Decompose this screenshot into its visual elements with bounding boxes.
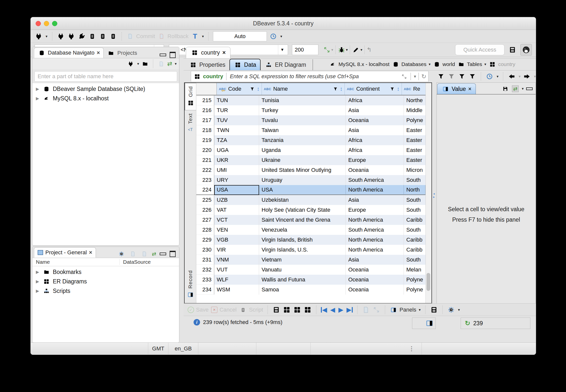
row-number-cell[interactable]: 229 xyxy=(196,235,214,245)
data-cell[interactable]: Saint Vincent and the Grena xyxy=(259,215,346,225)
locale-indicator[interactable]: en_GB xyxy=(168,343,198,355)
table-search-input[interactable] xyxy=(34,71,177,82)
data-cell[interactable]: Tunisia xyxy=(259,95,346,105)
data-cell[interactable]: Oceania xyxy=(346,115,404,125)
timezone-indicator[interactable]: GMT xyxy=(148,343,168,355)
data-cell[interactable]: Oceania xyxy=(346,265,404,275)
data-cell[interactable]: Caribb xyxy=(404,215,425,225)
table-row[interactable]: 222UMIUnited States Minor OutlyingOceani… xyxy=(196,165,425,175)
data-cell[interactable]: Caribb xyxy=(404,235,425,245)
data-cell[interactable]: Taiwan xyxy=(259,125,346,135)
data-cell[interactable]: Africa xyxy=(346,135,404,145)
sash-expand-icon[interactable]: ▸ xyxy=(433,195,435,198)
apply-filter-icon[interactable] xyxy=(437,72,445,80)
tab-er-diagram[interactable]: ER Diagram xyxy=(261,59,310,70)
sort-arrows-icon[interactable]: ↕ xyxy=(257,86,260,92)
data-cell[interactable]: South xyxy=(404,195,425,205)
column-header-name[interactable]: ABC Name ↕ xyxy=(262,83,345,95)
expand-arrow-icon[interactable]: ▶ xyxy=(36,96,40,101)
data-cell[interactable]: UZB xyxy=(214,195,259,205)
table-row[interactable]: 233WLFWallis and FutunaOceaniaPolyne xyxy=(196,275,425,285)
fetch-next-dropdown-icon[interactable]: ▾ xyxy=(534,74,536,79)
data-cell[interactable]: North America xyxy=(346,245,404,255)
data-cell[interactable]: Virgin Islands, U.S. xyxy=(259,245,346,255)
breadcrumb-world[interactable]: world xyxy=(433,60,455,68)
row-number-cell[interactable]: 219 xyxy=(196,135,214,145)
value-viewer-toggle-icon[interactable] xyxy=(425,319,433,327)
expand-filter-icon[interactable] xyxy=(400,72,408,80)
panels-dropdown-icon[interactable]: ▾ xyxy=(419,308,421,312)
table-row[interactable]: 223URYUruguaySouth AmericaSouth xyxy=(196,175,425,185)
save-value-icon[interactable] xyxy=(501,85,509,93)
data-cell[interactable]: Melan xyxy=(404,265,425,275)
grid-settings-dropdown-icon[interactable]: ▾ xyxy=(458,308,460,312)
new-connection-dropdown-icon[interactable]: ▾ xyxy=(46,34,48,39)
tab-record-mode[interactable]: Record xyxy=(185,267,196,302)
row-number-cell[interactable]: 223 xyxy=(196,175,214,185)
column-header-code[interactable]: ABC Code ↕ xyxy=(217,83,262,95)
data-cell[interactable]: USA xyxy=(259,185,346,195)
value-panel-menu-icon[interactable]: ▾ xyxy=(522,86,524,91)
tab-grid-presentation[interactable]: Grid xyxy=(185,83,196,110)
data-cell[interactable]: Wallis and Futuna xyxy=(259,275,346,285)
expand-arrow-icon[interactable]: ▶ xyxy=(36,269,40,275)
fetch-previous-dropdown-icon[interactable]: ▾ xyxy=(519,74,521,79)
data-cell[interactable]: Asia xyxy=(346,105,404,115)
tab-country-editor[interactable]: country × xyxy=(186,47,230,58)
table-row[interactable]: 225UZBUzbekistanAsiaSouth xyxy=(196,195,425,205)
refresh-icon[interactable]: ↻ xyxy=(421,73,426,79)
data-cell[interactable]: South America xyxy=(346,175,404,185)
export-resultset-icon[interactable] xyxy=(362,306,370,314)
data-cell[interactable]: Ukraine xyxy=(259,155,346,165)
new-connection-icon[interactable] xyxy=(35,32,43,40)
rollback-button[interactable]: Rollback xyxy=(157,32,188,40)
tab-projects[interactable]: Projects xyxy=(104,48,141,58)
clear-filter-icon[interactable] xyxy=(447,72,455,80)
data-cell[interactable]: UKR xyxy=(214,155,259,165)
row-number-cell[interactable]: 218 xyxy=(196,125,214,135)
maximize-panel-icon[interactable] xyxy=(170,52,176,58)
data-cell[interactable]: Asia xyxy=(346,255,404,265)
data-cell[interactable]: TZA xyxy=(214,135,259,145)
close-icon[interactable]: × xyxy=(222,49,225,56)
fetch-next-icon[interactable] xyxy=(523,72,531,80)
transaction-log-dropdown-icon[interactable]: ▾ xyxy=(280,34,282,39)
data-cell[interactable]: United States Minor Outlying xyxy=(259,165,346,175)
data-cell[interactable]: Africa xyxy=(346,95,404,105)
commit-button[interactable]: Commit xyxy=(126,32,155,40)
data-cell[interactable]: WLF xyxy=(214,275,259,285)
connect-icon[interactable] xyxy=(57,32,65,40)
data-cell[interactable]: South America xyxy=(346,225,404,235)
data-cell[interactable]: Middle xyxy=(404,105,425,115)
cancel-button[interactable]: × Cancel xyxy=(211,307,236,313)
delete-row-icon[interactable] xyxy=(304,306,312,314)
save-filter-icon[interactable] xyxy=(458,72,466,80)
expand-all-icon[interactable] xyxy=(140,250,148,258)
sql-filter-input[interactable] xyxy=(229,73,398,80)
last-row-button[interactable]: ▶ xyxy=(347,306,353,313)
zoom-value-icon[interactable] xyxy=(372,306,380,314)
data-cell[interactable]: Vietnam xyxy=(259,255,346,265)
data-cell[interactable]: VNM xyxy=(214,255,259,265)
data-cell[interactable]: Europe xyxy=(346,155,404,165)
tab-value-viewer[interactable]: Value × xyxy=(437,83,476,94)
filter-history-dropdown-icon[interactable]: ▾ xyxy=(414,74,416,79)
statusbar-drag-handle-icon[interactable]: ⋮ xyxy=(409,345,415,352)
table-row[interactable]: 229VGBVirgin Islands, BritishNorth Ameri… xyxy=(196,235,425,245)
row-number-cell[interactable]: 217 xyxy=(196,115,214,125)
close-icon[interactable]: × xyxy=(468,86,471,92)
script-button[interactable]: Script xyxy=(239,306,263,314)
data-cell[interactable]: TUN xyxy=(214,95,259,105)
row-number-cell[interactable]: 227 xyxy=(196,215,214,225)
transaction-mode-dropdown-icon[interactable]: ▾ xyxy=(202,34,204,39)
data-cell[interactable]: Samoa xyxy=(259,285,346,295)
row-number-cell[interactable]: 220 xyxy=(196,145,214,155)
data-cell[interactable]: Northe xyxy=(404,95,425,105)
tree-item-sqlite-database[interactable]: ▶ DBeaver Sample Database (SQLite) xyxy=(32,84,179,94)
row-number-cell[interactable]: 224 xyxy=(196,185,214,195)
dropdown-arrow-icon[interactable]: ▾ xyxy=(429,62,431,66)
data-cell[interactable]: VCT xyxy=(214,215,259,225)
duplicate-row-icon[interactable] xyxy=(293,306,301,314)
filter-sort-icon[interactable] xyxy=(248,85,256,93)
data-cell[interactable]: Oceania xyxy=(346,285,404,295)
